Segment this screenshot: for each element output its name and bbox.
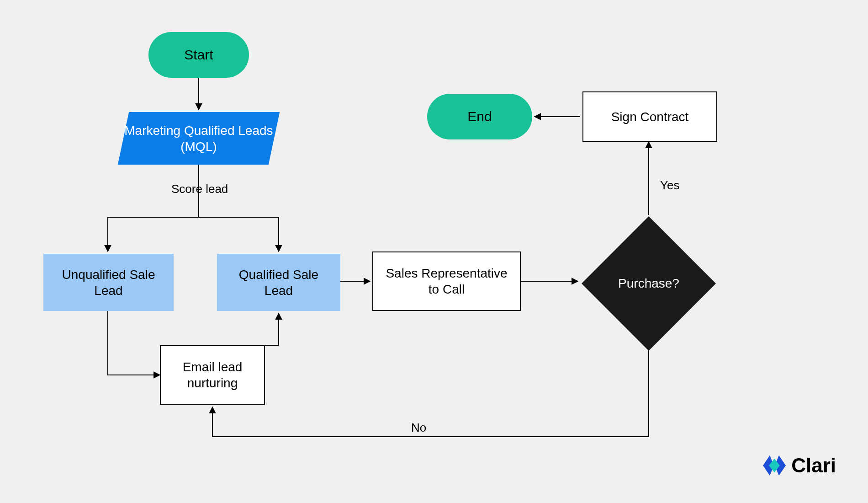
brand-logo: Clari: [762, 453, 836, 478]
mql-label: Marketing Qualified Leads (MQL): [123, 123, 274, 155]
start-label: Start: [184, 46, 213, 64]
unqualified-node: Unqualified Sale Lead: [43, 254, 174, 311]
end-label: End: [467, 108, 492, 125]
qualified-label: Qualified Sale Lead: [225, 267, 332, 299]
sales-rep-label: Sales Representative to Call: [381, 265, 512, 297]
yes-label: Yes: [660, 178, 679, 193]
email-nurturing-label: Email lead nurturing: [169, 359, 256, 391]
score-lead-label: Score lead: [171, 182, 228, 196]
flowchart-canvas: Start Marketing Qualified Leads (MQL) Sc…: [0, 0, 868, 503]
start-node: Start: [148, 32, 249, 78]
sign-contract-label: Sign Contract: [611, 109, 689, 125]
purchase-label: Purchase?: [580, 215, 717, 352]
brand-name: Clari: [791, 454, 836, 477]
no-label: No: [411, 421, 426, 435]
sign-contract-node: Sign Contract: [582, 91, 717, 142]
qualified-node: Qualified Sale Lead: [217, 254, 340, 311]
mql-node: Marketing Qualified Leads (MQL): [118, 112, 280, 165]
sales-rep-node: Sales Representative to Call: [372, 252, 521, 311]
unqualified-label: Unqualified Sale Lead: [52, 267, 165, 299]
purchase-decision-node: Purchase?: [580, 215, 717, 352]
email-nurturing-node: Email lead nurturing: [160, 345, 265, 405]
clari-logo-icon: [762, 453, 787, 478]
end-node: End: [427, 94, 532, 139]
